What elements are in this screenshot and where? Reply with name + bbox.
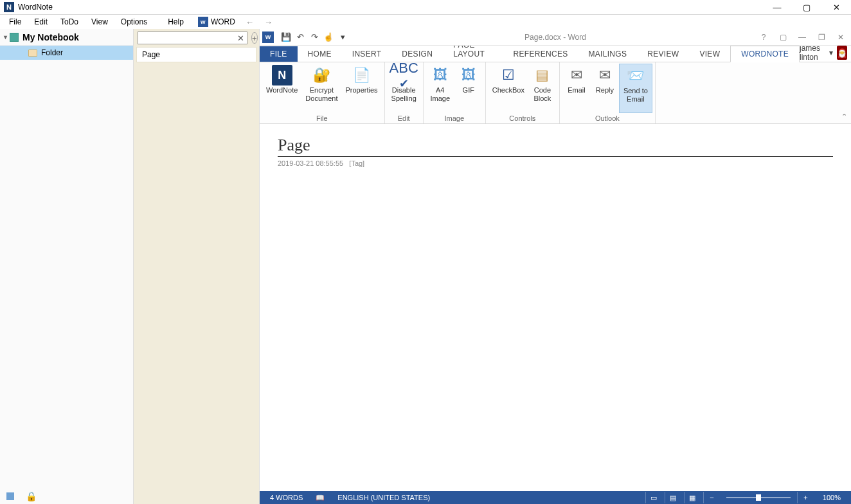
spellcheck-icon: ABC✔ <box>393 65 414 86</box>
ribbon-group-edit: ABC✔ Disable Spelling Edit <box>385 62 424 123</box>
page-list-item[interactable]: Page <box>136 47 256 62</box>
qat-customize-button[interactable]: ▾ <box>336 30 350 44</box>
save-button[interactable]: 💾 <box>279 30 293 44</box>
page-title[interactable]: Page <box>278 136 833 157</box>
word-minimize-button[interactable]: — <box>794 33 810 42</box>
lock-key-icon: 🔐 <box>311 65 332 86</box>
user-name: james linton <box>800 44 825 62</box>
menu-help[interactable]: Help <box>161 15 190 28</box>
group-label-image: Image <box>444 113 464 123</box>
page-tag[interactable]: [Tag] <box>349 159 364 167</box>
search-input[interactable] <box>141 33 237 42</box>
redo-button[interactable]: ↷ <box>307 30 321 44</box>
group-label-edit: Edit <box>398 113 410 123</box>
quick-access-toolbar: W 💾 ↶ ↷ ☝ ▾ Page.docx - Word ? ▢ — ❐ ✕ <box>260 29 851 46</box>
reply-button[interactable]: ✉ Reply <box>591 64 619 113</box>
touch-mode-button[interactable]: ☝ <box>321 30 336 44</box>
code-block-button[interactable]: ▤ Code Block <box>528 64 557 113</box>
properties-button[interactable]: 📄 Properties <box>341 64 381 113</box>
tab-home[interactable]: HOME <box>298 46 342 62</box>
collapse-ribbon-button[interactable]: ⌃ <box>841 113 847 121</box>
checkbox-icon: ☑ <box>498 65 519 86</box>
tab-mailings[interactable]: MAILINGS <box>578 46 638 62</box>
web-layout-button[interactable]: ▦ <box>684 492 701 503</box>
tab-file[interactable]: FILE <box>260 46 298 62</box>
gif-button[interactable]: 🖼 GIF <box>454 64 483 113</box>
email-button[interactable]: ✉ Email <box>562 64 591 113</box>
nav-back-button[interactable]: ← <box>240 17 259 27</box>
tab-view[interactable]: VIEW <box>689 46 730 62</box>
document-title: Page.docx - Word <box>524 33 586 42</box>
app-icon: N <box>4 2 14 12</box>
disable-spelling-button[interactable]: ABC✔ Disable Spelling <box>388 64 420 113</box>
status-words[interactable]: 4 WORDS <box>264 494 309 501</box>
word-restore-button[interactable]: ❐ <box>814 33 829 42</box>
group-label-file: File <box>316 113 328 123</box>
page-list-panel: ✕ + Page <box>134 29 260 504</box>
properties-icon: 📄 <box>352 65 372 86</box>
word-doc-icon: W <box>262 32 274 43</box>
menu-edit[interactable]: Edit <box>28 15 54 28</box>
window-maximize-button[interactable]: ▢ <box>792 0 821 15</box>
zoom-in-button[interactable]: + <box>797 492 814 503</box>
wordnote-button[interactable]: N WordNote <box>262 64 301 113</box>
menu-view[interactable]: View <box>85 15 114 28</box>
note-icon[interactable] <box>6 492 14 500</box>
status-bar: 4 WORDS 📖 ENGLISH (UNITED STATES) ▭ ▤ ▦ … <box>260 491 851 504</box>
app-title: WordNote <box>18 3 53 12</box>
ribbon-group-image: 🖼 A4 Image 🖼 GIF Image <box>424 62 486 123</box>
window-minimize-button[interactable]: — <box>762 0 792 15</box>
ribbon-group-controls: ☑ CheckBox ▤ Code Block Controls <box>486 62 560 123</box>
undo-button[interactable]: ↶ <box>293 30 307 44</box>
status-proofing[interactable]: 📖 <box>309 494 331 502</box>
help-button[interactable]: ? <box>756 33 771 42</box>
menu-file[interactable]: File <box>3 15 28 28</box>
email-icon: ✉ <box>566 65 587 86</box>
read-mode-button[interactable]: ▭ <box>645 492 662 503</box>
menu-todo[interactable]: ToDo <box>54 15 85 28</box>
lock-icon[interactable]: 🔒 <box>26 491 37 501</box>
ribbon-display-button[interactable]: ▢ <box>775 33 791 42</box>
title-bar: N WordNote — ▢ ✕ <box>0 0 851 15</box>
word-panel: W 💾 ↶ ↷ ☝ ▾ Page.docx - Word ? ▢ — ❐ ✕ F… <box>260 29 851 504</box>
notebook-icon <box>10 33 19 42</box>
user-account[interactable]: james linton ▾ 🎅 <box>800 44 851 62</box>
search-box[interactable]: ✕ <box>138 32 247 44</box>
group-label-controls: Controls <box>509 113 535 123</box>
reply-icon: ✉ <box>595 65 615 86</box>
tab-wordnote[interactable]: WORDNOTE <box>730 46 800 62</box>
a4-image-button[interactable]: 🖼 A4 Image <box>426 64 454 113</box>
nav-forward-button[interactable]: → <box>259 17 278 27</box>
sidebar-bottom-bar: 🔒 <box>0 489 133 504</box>
zoom-out-button[interactable]: − <box>703 492 720 503</box>
print-layout-button[interactable]: ▤ <box>665 492 681 503</box>
tab-review[interactable]: REVIEW <box>637 46 689 62</box>
zoom-level[interactable]: 100% <box>816 494 847 501</box>
notebook-header[interactable]: ▾ My Notebook <box>0 29 133 46</box>
window-close-button[interactable]: ✕ <box>821 0 851 15</box>
ribbon-group-file: N WordNote 🔐 Encrypt Document 📄 Properti… <box>260 62 385 123</box>
document-area[interactable]: Page 2019-03-21 08:55:55 [Tag] <box>260 124 851 491</box>
zoom-slider[interactable] <box>726 497 791 498</box>
status-language[interactable]: ENGLISH (UNITED STATES) <box>331 494 436 501</box>
clear-search-icon[interactable]: ✕ <box>237 33 244 43</box>
word-label: WORD <box>211 17 235 26</box>
page-timestamp: 2019-03-21 08:55:55 <box>278 159 343 167</box>
encrypt-document-button[interactable]: 🔐 Encrypt Document <box>301 64 341 113</box>
ribbon-tabs: FILE HOME INSERT DESIGN PAGE LAYOUT REFE… <box>260 46 851 62</box>
sidebar-folder-item[interactable]: Folder <box>0 46 133 60</box>
tab-insert[interactable]: INSERT <box>342 46 392 62</box>
folder-icon <box>28 50 37 57</box>
page-meta: 2019-03-21 08:55:55 [Tag] <box>278 159 833 167</box>
zoom-slider-knob[interactable] <box>756 494 761 501</box>
user-dropdown-icon: ▾ <box>829 48 833 57</box>
checkbox-button[interactable]: ☑ CheckBox <box>488 64 528 113</box>
add-page-button[interactable]: + <box>251 32 258 44</box>
code-block-icon: ▤ <box>532 65 553 86</box>
word-close-button[interactable]: ✕ <box>833 33 848 42</box>
send-to-email-button[interactable]: 📨 Send to Email <box>619 64 652 113</box>
tab-references[interactable]: REFERENCES <box>503 46 578 62</box>
notebook-sidebar: ▾ My Notebook Folder 🔒 <box>0 29 134 504</box>
menu-options[interactable]: Options <box>114 15 154 28</box>
gif-icon: 🖼 <box>458 65 479 86</box>
